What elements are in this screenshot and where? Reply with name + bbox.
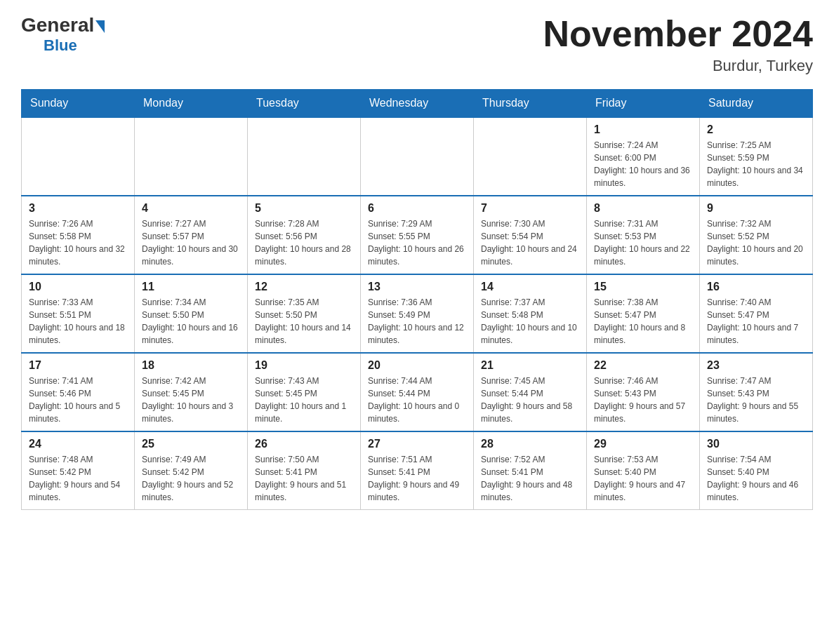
calendar-cell: 26Sunrise: 7:50 AMSunset: 5:41 PMDayligh… xyxy=(248,431,361,510)
calendar-cell: 4Sunrise: 7:27 AMSunset: 5:57 PMDaylight… xyxy=(135,196,248,274)
day-number: 5 xyxy=(255,202,353,215)
calendar-cell: 5Sunrise: 7:28 AMSunset: 5:56 PMDaylight… xyxy=(248,196,361,274)
day-info: Sunrise: 7:54 AMSunset: 5:40 PMDaylight:… xyxy=(707,453,805,504)
day-info: Sunrise: 7:46 AMSunset: 5:43 PMDaylight:… xyxy=(594,375,692,425)
day-info: Sunrise: 7:47 AMSunset: 5:43 PMDaylight:… xyxy=(707,375,805,425)
day-number: 4 xyxy=(142,202,240,215)
day-info: Sunrise: 7:42 AMSunset: 5:45 PMDaylight:… xyxy=(142,375,240,425)
day-number: 2 xyxy=(707,123,805,136)
calendar-cell: 29Sunrise: 7:53 AMSunset: 5:40 PMDayligh… xyxy=(587,431,700,510)
week-row-4: 17Sunrise: 7:41 AMSunset: 5:46 PMDayligh… xyxy=(22,353,813,431)
day-number: 27 xyxy=(368,438,466,450)
day-number: 28 xyxy=(481,438,579,450)
day-info: Sunrise: 7:40 AMSunset: 5:47 PMDaylight:… xyxy=(707,296,805,347)
month-title: November 2024 xyxy=(543,14,813,54)
header-tuesday: Tuesday xyxy=(248,90,361,118)
week-row-5: 24Sunrise: 7:48 AMSunset: 5:42 PMDayligh… xyxy=(22,431,813,510)
day-info: Sunrise: 7:33 AMSunset: 5:51 PMDaylight:… xyxy=(29,296,127,347)
logo-triangle-icon xyxy=(95,20,105,33)
day-number: 21 xyxy=(481,359,579,372)
calendar-cell: 16Sunrise: 7:40 AMSunset: 5:47 PMDayligh… xyxy=(700,274,813,353)
location-label: Burdur, Turkey xyxy=(543,57,813,75)
calendar-cell: 2Sunrise: 7:25 AMSunset: 5:59 PMDaylight… xyxy=(700,117,813,196)
calendar-cell: 30Sunrise: 7:54 AMSunset: 5:40 PMDayligh… xyxy=(700,431,813,510)
week-row-1: 1Sunrise: 7:24 AMSunset: 6:00 PMDaylight… xyxy=(22,117,813,196)
day-info: Sunrise: 7:26 AMSunset: 5:58 PMDaylight:… xyxy=(29,217,127,268)
calendar-cell: 13Sunrise: 7:36 AMSunset: 5:49 PMDayligh… xyxy=(361,274,474,353)
calendar-cell: 9Sunrise: 7:32 AMSunset: 5:52 PMDaylight… xyxy=(700,196,813,274)
header-thursday: Thursday xyxy=(474,90,587,118)
day-number: 26 xyxy=(255,438,353,450)
header-sunday: Sunday xyxy=(22,90,135,118)
day-number: 15 xyxy=(594,281,692,293)
day-info: Sunrise: 7:30 AMSunset: 5:54 PMDaylight:… xyxy=(481,217,579,268)
day-info: Sunrise: 7:53 AMSunset: 5:40 PMDaylight:… xyxy=(594,453,692,504)
day-info: Sunrise: 7:45 AMSunset: 5:44 PMDaylight:… xyxy=(481,375,579,425)
logo-blue-text: Blue xyxy=(44,36,77,55)
calendar-cell: 22Sunrise: 7:46 AMSunset: 5:43 PMDayligh… xyxy=(587,353,700,431)
day-number: 30 xyxy=(707,438,805,450)
day-info: Sunrise: 7:31 AMSunset: 5:53 PMDaylight:… xyxy=(594,217,692,268)
day-info: Sunrise: 7:52 AMSunset: 5:41 PMDaylight:… xyxy=(481,453,579,504)
logo-general-text: General xyxy=(21,14,94,36)
week-row-2: 3Sunrise: 7:26 AMSunset: 5:58 PMDaylight… xyxy=(22,196,813,274)
day-info: Sunrise: 7:48 AMSunset: 5:42 PMDaylight:… xyxy=(29,453,127,504)
calendar-cell: 6Sunrise: 7:29 AMSunset: 5:55 PMDaylight… xyxy=(361,196,474,274)
day-info: Sunrise: 7:43 AMSunset: 5:45 PMDaylight:… xyxy=(255,375,353,425)
calendar-cell: 27Sunrise: 7:51 AMSunset: 5:41 PMDayligh… xyxy=(361,431,474,510)
day-number: 6 xyxy=(368,202,466,215)
calendar-cell xyxy=(135,117,248,196)
header-row: SundayMondayTuesdayWednesdayThursdayFrid… xyxy=(22,90,813,118)
day-number: 8 xyxy=(594,202,692,215)
day-number: 9 xyxy=(707,202,805,215)
day-info: Sunrise: 7:29 AMSunset: 5:55 PMDaylight:… xyxy=(368,217,466,268)
calendar-cell: 17Sunrise: 7:41 AMSunset: 5:46 PMDayligh… xyxy=(22,353,135,431)
title-section: November 2024 Burdur, Turkey xyxy=(543,14,813,75)
calendar-cell: 19Sunrise: 7:43 AMSunset: 5:45 PMDayligh… xyxy=(248,353,361,431)
calendar-cell: 3Sunrise: 7:26 AMSunset: 5:58 PMDaylight… xyxy=(22,196,135,274)
day-info: Sunrise: 7:24 AMSunset: 6:00 PMDaylight:… xyxy=(594,139,692,189)
calendar-cell xyxy=(22,117,135,196)
calendar-cell xyxy=(248,117,361,196)
day-info: Sunrise: 7:32 AMSunset: 5:52 PMDaylight:… xyxy=(707,217,805,268)
day-number: 20 xyxy=(368,359,466,372)
day-number: 13 xyxy=(368,281,466,293)
day-number: 25 xyxy=(142,438,240,450)
calendar-cell: 1Sunrise: 7:24 AMSunset: 6:00 PMDaylight… xyxy=(587,117,700,196)
day-info: Sunrise: 7:27 AMSunset: 5:57 PMDaylight:… xyxy=(142,217,240,268)
day-info: Sunrise: 7:49 AMSunset: 5:42 PMDaylight:… xyxy=(142,453,240,504)
calendar-cell: 25Sunrise: 7:49 AMSunset: 5:42 PMDayligh… xyxy=(135,431,248,510)
day-number: 3 xyxy=(29,202,127,215)
day-number: 14 xyxy=(481,281,579,293)
logo-top: General xyxy=(21,14,105,36)
header-monday: Monday xyxy=(135,90,248,118)
day-number: 29 xyxy=(594,438,692,450)
day-number: 18 xyxy=(142,359,240,372)
calendar-cell: 23Sunrise: 7:47 AMSunset: 5:43 PMDayligh… xyxy=(700,353,813,431)
day-info: Sunrise: 7:28 AMSunset: 5:56 PMDaylight:… xyxy=(255,217,353,268)
header-saturday: Saturday xyxy=(700,90,813,118)
day-info: Sunrise: 7:50 AMSunset: 5:41 PMDaylight:… xyxy=(255,453,353,504)
calendar-cell: 28Sunrise: 7:52 AMSunset: 5:41 PMDayligh… xyxy=(474,431,587,510)
calendar-cell: 12Sunrise: 7:35 AMSunset: 5:50 PMDayligh… xyxy=(248,274,361,353)
day-number: 1 xyxy=(594,123,692,136)
day-info: Sunrise: 7:44 AMSunset: 5:44 PMDaylight:… xyxy=(368,375,466,425)
calendar-cell: 18Sunrise: 7:42 AMSunset: 5:45 PMDayligh… xyxy=(135,353,248,431)
calendar-cell: 7Sunrise: 7:30 AMSunset: 5:54 PMDaylight… xyxy=(474,196,587,274)
header-friday: Friday xyxy=(587,90,700,118)
calendar-cell: 21Sunrise: 7:45 AMSunset: 5:44 PMDayligh… xyxy=(474,353,587,431)
day-info: Sunrise: 7:34 AMSunset: 5:50 PMDaylight:… xyxy=(142,296,240,347)
day-number: 17 xyxy=(29,359,127,372)
calendar-cell: 14Sunrise: 7:37 AMSunset: 5:48 PMDayligh… xyxy=(474,274,587,353)
day-number: 23 xyxy=(707,359,805,372)
day-number: 16 xyxy=(707,281,805,293)
day-info: Sunrise: 7:35 AMSunset: 5:50 PMDaylight:… xyxy=(255,296,353,347)
day-info: Sunrise: 7:38 AMSunset: 5:47 PMDaylight:… xyxy=(594,296,692,347)
calendar-cell: 15Sunrise: 7:38 AMSunset: 5:47 PMDayligh… xyxy=(587,274,700,353)
day-info: Sunrise: 7:36 AMSunset: 5:49 PMDaylight:… xyxy=(368,296,466,347)
calendar-cell: 8Sunrise: 7:31 AMSunset: 5:53 PMDaylight… xyxy=(587,196,700,274)
calendar-cell: 20Sunrise: 7:44 AMSunset: 5:44 PMDayligh… xyxy=(361,353,474,431)
day-number: 22 xyxy=(594,359,692,372)
day-number: 11 xyxy=(142,281,240,293)
calendar-cell: 10Sunrise: 7:33 AMSunset: 5:51 PMDayligh… xyxy=(22,274,135,353)
